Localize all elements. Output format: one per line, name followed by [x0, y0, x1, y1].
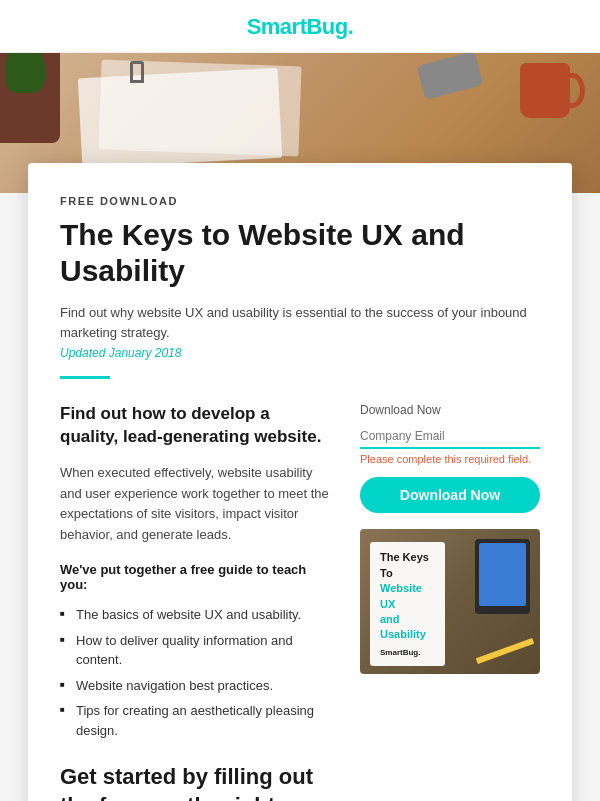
clip-decoration [130, 61, 144, 83]
list-item: How to deliver quality information and c… [60, 628, 332, 673]
phone-decoration [416, 53, 483, 100]
body-text: When executed effectively, website usabi… [60, 463, 332, 546]
right-column: Download Now Please complete this requir… [360, 403, 540, 801]
updated-date: Updated January 2018 [60, 346, 540, 360]
book-cover-card: The Keys To Website UX and Usability Sma… [370, 542, 445, 666]
main-title: The Keys to Website UX and Usability [60, 217, 540, 289]
book-cover-overlay: The Keys To Website UX and Usability Sma… [360, 534, 540, 674]
teal-divider [60, 376, 110, 379]
book-title-line3: and Usability [380, 613, 426, 640]
download-now-label: Download Now [360, 403, 540, 417]
subtitle-text: Find out why website UX and usability is… [60, 303, 540, 342]
list-item: The basics of website UX and usability. [60, 602, 332, 628]
section-heading: Find out how to develop a quality, lead-… [60, 403, 332, 449]
book-cover-logo: SmartBug. [380, 647, 435, 658]
free-download-label: FREE DOWNLOAD [60, 195, 540, 207]
mug-decoration [520, 63, 570, 118]
logo-text: SmartBug. [247, 14, 354, 39]
book-title-line1: The Keys To [380, 551, 429, 578]
list-item: Website navigation best practices. [60, 673, 332, 699]
book-title-line2: Website UX [380, 582, 422, 609]
main-card: FREE DOWNLOAD The Keys to Website UX and… [28, 163, 572, 801]
paper-decoration-1 [78, 68, 282, 168]
bullet-list: The basics of website UX and usability. … [60, 602, 332, 743]
list-item: Tips for creating an aesthetically pleas… [60, 698, 332, 743]
cta-heading: Get started by filling out the form on t… [60, 763, 332, 801]
site-logo: SmartBug. [0, 14, 600, 40]
book-cover-image: The Keys To Website UX and Usability Sma… [360, 529, 540, 674]
email-field[interactable] [360, 425, 540, 449]
content-columns: Find out how to develop a quality, lead-… [60, 403, 540, 801]
download-button[interactable]: Download Now [360, 477, 540, 513]
plant-decoration [0, 53, 60, 143]
left-column: Find out how to develop a quality, lead-… [60, 403, 332, 801]
site-header: SmartBug. [0, 0, 600, 53]
error-message: Please complete this required field. [360, 453, 540, 465]
bold-intro: We've put together a free guide to teach… [60, 562, 332, 592]
